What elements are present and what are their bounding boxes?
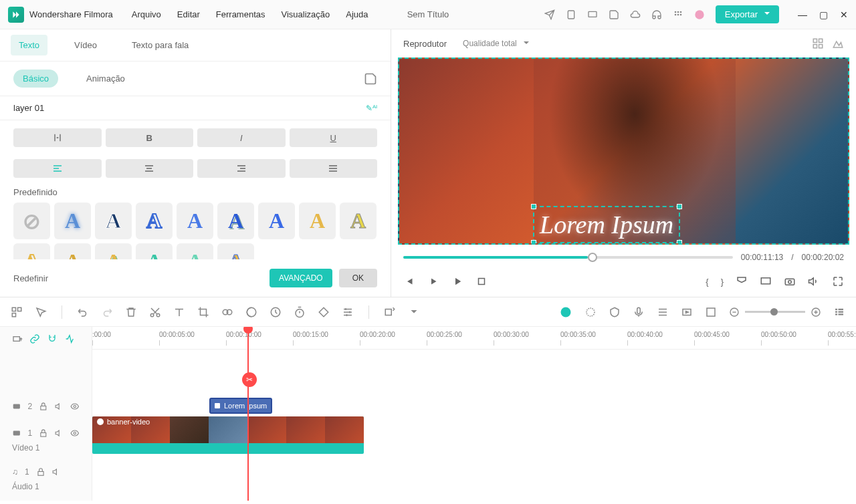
advanced-button[interactable]: AVANÇADO bbox=[270, 269, 332, 287]
layer-header[interactable]: layer 01 ✎ᴬᴵ bbox=[0, 96, 391, 120]
preset-4[interactable]: A bbox=[177, 203, 213, 239]
fullscreen-icon[interactable] bbox=[832, 275, 844, 287]
mute-icon[interactable] bbox=[52, 467, 62, 477]
save-preset-icon[interactable] bbox=[364, 72, 377, 86]
render-icon[interactable] bbox=[681, 306, 693, 318]
add-track-icon[interactable] bbox=[12, 334, 23, 344]
tab-video[interactable]: Vídeo bbox=[66, 35, 105, 55]
align-right-button[interactable] bbox=[197, 159, 286, 178]
crop-icon[interactable] bbox=[197, 306, 209, 318]
stop-button[interactable] bbox=[475, 275, 488, 287]
monitor-icon[interactable] bbox=[760, 275, 772, 287]
marker-icon[interactable] bbox=[736, 275, 748, 287]
align-left-button[interactable] bbox=[13, 159, 102, 178]
headphones-icon[interactable] bbox=[651, 9, 662, 20]
preset-14[interactable]: A bbox=[217, 243, 254, 259]
text-tool-icon[interactable] bbox=[173, 306, 185, 318]
mute-icon[interactable] bbox=[55, 428, 64, 438]
delete-icon[interactable] bbox=[125, 306, 137, 318]
device-icon[interactable] bbox=[566, 9, 576, 20]
video-clip[interactable]: banner-video bbox=[92, 416, 364, 454]
tab-texto[interactable]: Texto bbox=[11, 35, 47, 55]
zoom-thumb[interactable] bbox=[770, 308, 778, 316]
zoom-track[interactable] bbox=[745, 311, 805, 313]
cut-marker[interactable]: ✂ bbox=[242, 372, 257, 387]
step-back-button[interactable] bbox=[427, 275, 439, 287]
apps-icon[interactable] bbox=[673, 9, 683, 20]
eye-icon[interactable] bbox=[70, 402, 80, 411]
text-overlay-selection[interactable]: Lorem Ipsum bbox=[533, 206, 680, 243]
replace-icon[interactable] bbox=[384, 306, 396, 318]
preset-7[interactable]: A bbox=[299, 203, 336, 239]
resize-handle-ne[interactable] bbox=[677, 204, 682, 209]
export-button[interactable]: Exportar bbox=[716, 5, 779, 23]
link-icon[interactable] bbox=[29, 334, 40, 344]
snapshot-icon[interactable] bbox=[784, 275, 796, 287]
menu-arquivo[interactable]: Arquivo bbox=[132, 9, 161, 19]
close-button[interactable]: ✕ bbox=[840, 9, 848, 20]
color-icon[interactable] bbox=[245, 306, 257, 318]
shield-icon[interactable] bbox=[609, 306, 621, 318]
subtab-basico[interactable]: Básico bbox=[13, 70, 58, 88]
volume-icon[interactable] bbox=[808, 275, 820, 287]
menu-ajuda[interactable]: Ajuda bbox=[346, 9, 368, 19]
audio-mixer-icon[interactable] bbox=[657, 306, 669, 318]
playhead[interactable] bbox=[247, 327, 249, 501]
preset-1[interactable]: A bbox=[54, 203, 91, 239]
lock-icon[interactable] bbox=[39, 402, 48, 411]
reset-button[interactable]: Redefinir bbox=[13, 273, 48, 283]
redo-icon[interactable] bbox=[101, 306, 113, 318]
maximize-button[interactable]: ▢ bbox=[819, 9, 828, 20]
sparkle-icon[interactable] bbox=[584, 306, 597, 318]
scope-icon[interactable] bbox=[832, 37, 844, 49]
ok-button[interactable]: OK bbox=[339, 269, 377, 287]
prev-button[interactable] bbox=[403, 275, 415, 287]
undo-icon[interactable] bbox=[77, 306, 89, 318]
preset-5[interactable]: A bbox=[217, 203, 254, 239]
preset-2[interactable]: A bbox=[95, 203, 132, 239]
grid-view-icon[interactable] bbox=[812, 37, 824, 49]
lock-icon[interactable] bbox=[36, 467, 45, 477]
adjust-icon[interactable] bbox=[342, 306, 354, 318]
tracks-area[interactable]: :00:00 00:00:05:00 00:00:10:00 00:00:15:… bbox=[92, 327, 856, 501]
effects-icon[interactable] bbox=[221, 306, 233, 318]
cut-icon[interactable] bbox=[149, 306, 161, 318]
more-icon[interactable] bbox=[408, 306, 420, 318]
subtab-animacao[interactable]: Animação bbox=[77, 70, 134, 88]
menu-editar[interactable]: Editar bbox=[177, 9, 200, 19]
timeline-ruler[interactable]: :00:00 00:00:05:00 00:00:10:00 00:00:15:… bbox=[92, 327, 856, 350]
minimize-button[interactable]: — bbox=[798, 9, 807, 20]
preset-10[interactable]: A bbox=[54, 243, 91, 259]
resize-handle-se[interactable] bbox=[677, 240, 682, 245]
pointer-icon[interactable] bbox=[35, 306, 47, 318]
underline-button[interactable]: U bbox=[290, 128, 378, 147]
preset-8[interactable]: A bbox=[340, 203, 377, 239]
preset-13[interactable]: A bbox=[177, 243, 213, 259]
keyframe-icon[interactable] bbox=[318, 306, 330, 318]
scrub-track[interactable] bbox=[403, 256, 733, 259]
preset-9[interactable]: A bbox=[13, 243, 50, 259]
marker-list-icon[interactable] bbox=[705, 306, 717, 318]
video-preview[interactable]: Lorem Ipsum bbox=[398, 57, 849, 245]
preset-12[interactable]: A bbox=[136, 243, 173, 259]
lock-icon[interactable] bbox=[39, 428, 48, 438]
scrub-thumb[interactable] bbox=[588, 253, 597, 262]
avatar-icon[interactable] bbox=[694, 9, 705, 20]
ai-assistant-icon[interactable] bbox=[559, 305, 572, 319]
mic-icon[interactable] bbox=[633, 306, 645, 318]
list-view-icon[interactable] bbox=[833, 306, 845, 318]
tab-texto-para-fala[interactable]: Texto para fala bbox=[124, 35, 197, 55]
speed-icon[interactable] bbox=[270, 306, 282, 318]
play-button[interactable] bbox=[451, 275, 463, 287]
quality-dropdown[interactable]: Qualidade total bbox=[463, 39, 529, 49]
preset-6[interactable]: A bbox=[258, 203, 295, 239]
timer-icon[interactable] bbox=[294, 306, 306, 318]
mute-icon[interactable] bbox=[55, 402, 64, 411]
save-icon[interactable] bbox=[609, 9, 619, 20]
resize-handle-nw[interactable] bbox=[531, 204, 536, 209]
spacing-button[interactable] bbox=[13, 128, 102, 147]
bold-button[interactable]: B bbox=[106, 128, 194, 147]
menu-visualizacao[interactable]: Visualização bbox=[282, 9, 330, 19]
preset-none[interactable]: ⊘ bbox=[13, 203, 50, 239]
align-justify-button[interactable] bbox=[290, 159, 378, 178]
